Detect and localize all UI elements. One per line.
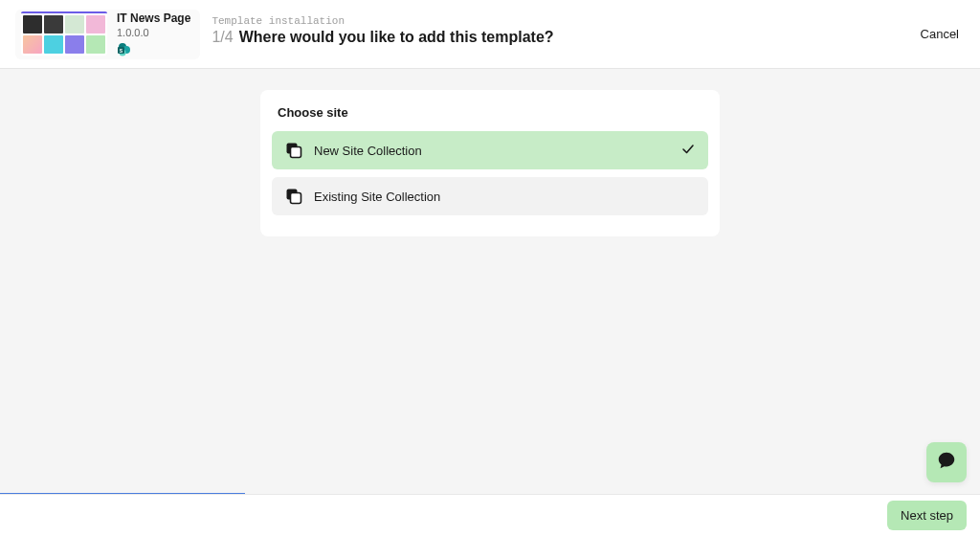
template-version: 1.0.0.0 — [117, 27, 190, 38]
sharepoint-icon: S — [117, 42, 132, 57]
option-new-site-collection[interactable]: New Site Collection — [272, 131, 708, 169]
step-count: 1/4 — [212, 29, 233, 46]
svg-rect-8 — [291, 193, 301, 204]
header-bar: IT News Page 1.0.0.0 S Template installa… — [0, 0, 980, 69]
next-step-button[interactable]: Next step — [887, 501, 967, 530]
option-label: Existing Site Collection — [314, 190, 440, 204]
template-thumbnail — [21, 13, 107, 56]
wizard-title: Where would you like to add this templat… — [239, 29, 554, 46]
chat-icon — [936, 450, 957, 475]
collection-icon — [285, 188, 302, 205]
footer-bar: Next step — [0, 494, 980, 536]
panel-title: Choose site — [272, 105, 708, 131]
check-icon — [681, 143, 695, 159]
template-info: IT News Page 1.0.0.0 S — [117, 11, 190, 57]
template-name: IT News Page — [117, 11, 190, 25]
template-card: IT News Page 1.0.0.0 S — [15, 10, 200, 59]
option-label: New Site Collection — [314, 144, 422, 158]
option-existing-site-collection[interactable]: Existing Site Collection — [272, 177, 708, 215]
wizard-heading: Template installation 1/4 Where would yo… — [212, 10, 553, 46]
wizard-subtitle: Template installation — [212, 15, 553, 27]
chat-button[interactable] — [926, 442, 967, 482]
main-content: Choose site New Site Collection Existing… — [0, 69, 980, 236]
collection-icon — [285, 142, 302, 159]
choose-site-panel: Choose site New Site Collection Existing… — [260, 90, 720, 236]
svg-rect-6 — [291, 147, 301, 158]
cancel-button[interactable]: Cancel — [915, 21, 965, 47]
